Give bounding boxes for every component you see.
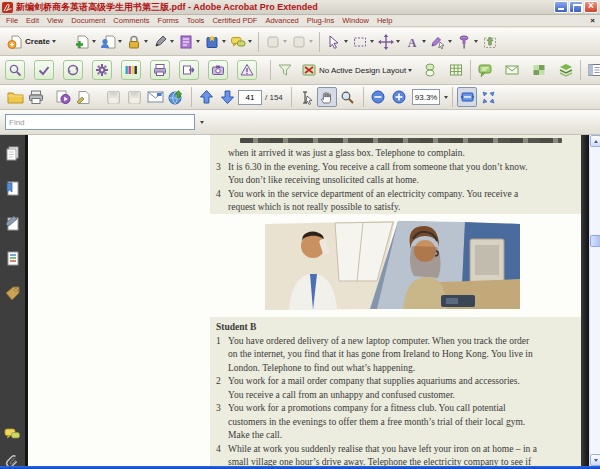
menu-window[interactable]: Window [338, 16, 373, 25]
close-document-icon[interactable]: × [590, 17, 595, 25]
page-number-input[interactable] [238, 90, 262, 105]
menu-view[interactable]: View [43, 16, 67, 25]
marquee-zoom-tool-button[interactable] [338, 87, 358, 107]
print-button[interactable] [26, 87, 46, 107]
menu-help[interactable]: Help [373, 16, 396, 25]
upload-button[interactable] [166, 87, 186, 107]
svg-text:A: A [408, 35, 417, 49]
warnings-button[interactable] [237, 60, 257, 80]
bookmarks-panel-icon[interactable] [4, 180, 21, 197]
touchup-object-tool-button[interactable] [428, 31, 454, 53]
document-page[interactable]: when it arrived it was just a glass box.… [25, 135, 581, 466]
forms-button[interactable] [176, 31, 202, 53]
menu-certified-pdf[interactable]: Certified PDF [208, 16, 261, 25]
separator [270, 60, 271, 80]
find-options-button[interactable] [195, 114, 206, 130]
scrollbar-thumb[interactable] [590, 235, 600, 247]
menu-plug-ins[interactable]: Plug-Ins [303, 16, 339, 25]
stamp-tool-disabled-button-2[interactable] [289, 31, 315, 53]
separator [580, 60, 581, 80]
pattern-button[interactable] [529, 59, 549, 81]
page-boxes-button[interactable] [420, 59, 440, 81]
move-tool-button[interactable] [376, 31, 402, 53]
find-input[interactable] [5, 114, 195, 130]
pages-panel-icon[interactable] [4, 145, 21, 162]
maximize-button[interactable] [569, 1, 583, 13]
certify-button[interactable] [34, 60, 54, 80]
save-as-button-disabled[interactable] [124, 87, 144, 107]
menu-file[interactable]: File [2, 16, 22, 25]
multimedia-icon [204, 34, 220, 50]
article-tool-button[interactable] [454, 31, 480, 53]
export-media-button[interactable] [53, 87, 73, 107]
tags-panel-icon[interactable] [4, 285, 21, 302]
collaborate-button[interactable] [98, 31, 124, 53]
menu-document[interactable]: Document [67, 16, 109, 25]
layers-button[interactable] [556, 59, 576, 81]
layers-panel-icon[interactable] [4, 250, 21, 267]
annotation-button[interactable] [475, 59, 495, 81]
next-page-button[interactable] [217, 87, 237, 107]
scroll-down-button[interactable] [590, 454, 600, 466]
comments-panel-icon[interactable] [4, 425, 21, 442]
filter-button[interactable] [275, 59, 295, 81]
design-layout-dropdown[interactable]: No Active Design Layout [299, 59, 414, 81]
menu-advanced[interactable]: Advanced [261, 16, 302, 25]
table-button[interactable] [446, 59, 466, 81]
inks-button[interactable] [121, 60, 141, 80]
secure-button[interactable] [124, 31, 150, 53]
chevron-down-icon [118, 40, 122, 43]
fit-arrows-icon [481, 90, 496, 105]
zoom-out-button[interactable] [368, 87, 388, 107]
minus-circle-icon [371, 90, 385, 104]
exercise-line: While at work you suddenly realise that … [228, 443, 581, 457]
combine-files-button[interactable] [72, 31, 98, 53]
vertical-scrollbar[interactable] [589, 135, 600, 466]
exercise-line: You don’t like receiving unsolicited cal… [228, 174, 581, 188]
exercise-heading: Student B [210, 320, 581, 334]
hand-tool-button[interactable] [317, 87, 337, 107]
preflight-button[interactable] [5, 60, 25, 80]
select-object-tool-button[interactable] [324, 31, 350, 53]
inspector-button[interactable] [208, 60, 228, 80]
page-edge-shadow [581, 135, 589, 466]
scan-button[interactable] [74, 87, 94, 107]
select-text-tool-button[interactable] [296, 87, 316, 107]
close-button[interactable] [584, 1, 598, 13]
print-production-button[interactable] [150, 60, 170, 80]
menu-edit[interactable]: Edit [22, 16, 43, 25]
comment-button[interactable] [228, 31, 254, 53]
email-button[interactable] [145, 87, 165, 107]
minimize-button[interactable] [554, 1, 568, 13]
zoom-in-button[interactable] [389, 87, 409, 107]
multimedia-button[interactable] [202, 31, 228, 53]
export-pdf-button[interactable] [179, 60, 199, 80]
touchup-text-tool-button[interactable]: A [402, 31, 428, 53]
save-button-disabled[interactable] [103, 87, 123, 107]
signatures-panel-icon[interactable] [4, 215, 21, 232]
chevron-down-icon [408, 69, 412, 72]
sync-button[interactable] [63, 60, 83, 80]
fit-page-button[interactable] [478, 87, 498, 107]
scroll-up-button[interactable] [590, 135, 600, 147]
exercise-item: 2 You work for a mail order company that… [210, 375, 581, 402]
create-button[interactable]: Create [5, 31, 58, 53]
actions-button[interactable] [92, 60, 112, 80]
menu-comments[interactable]: Comments [109, 16, 153, 25]
chevron-down-icon [52, 40, 56, 43]
envelope-icon [504, 62, 520, 78]
document-viewer: when it arrived it was just a glass box.… [0, 135, 600, 466]
marquee-tool-button[interactable] [350, 31, 376, 53]
stamp-tool-disabled-button[interactable] [263, 31, 289, 53]
panel-toggle-button[interactable] [585, 59, 600, 81]
previous-page-button[interactable] [196, 87, 216, 107]
scrolling-mode-button[interactable] [457, 87, 477, 107]
sign-button[interactable] [150, 31, 176, 53]
separator [319, 32, 320, 52]
send-certified-button[interactable] [502, 59, 522, 81]
open-button[interactable] [5, 87, 25, 107]
menu-tools[interactable]: Tools [183, 16, 209, 25]
zoom-level-control[interactable]: 93.3% [412, 89, 441, 105]
menu-forms[interactable]: Forms [154, 16, 183, 25]
export-selection-button[interactable] [480, 31, 500, 53]
